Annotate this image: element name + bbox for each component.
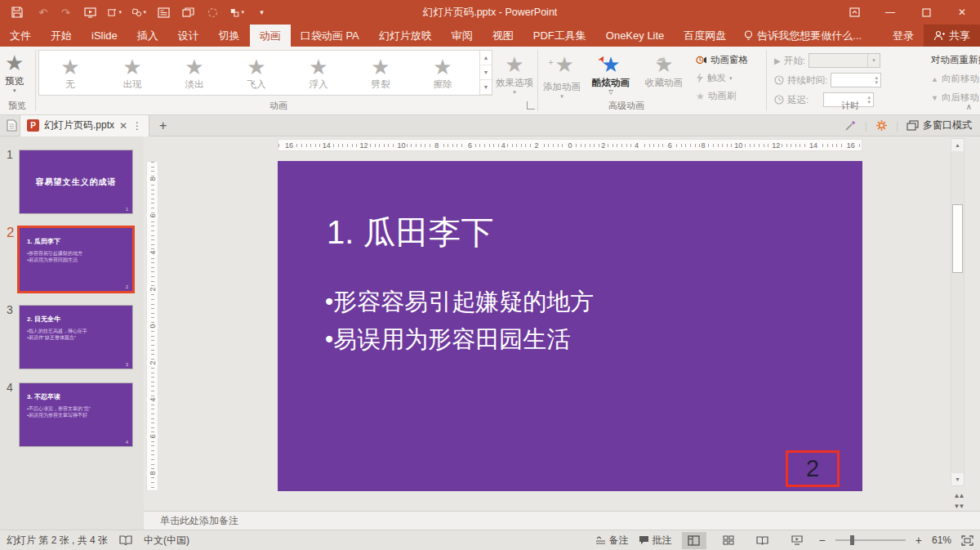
- shapes-icon[interactable]: ▾: [132, 6, 146, 19]
- gallery-more-icon[interactable]: ▼: [480, 80, 492, 95]
- start-dropdown[interactable]: ▾: [808, 53, 880, 68]
- favorite-animation-button[interactable]: ★☁ 收藏动画: [645, 53, 683, 89]
- tab-islide[interactable]: iSlide: [82, 25, 127, 47]
- slide-layout-icon[interactable]: [157, 6, 171, 19]
- tab-slideshow[interactable]: 幻灯片放映: [369, 25, 442, 47]
- share-button[interactable]: 共享: [924, 25, 980, 47]
- start-slideshow-icon[interactable]: [83, 6, 97, 19]
- animation-circle-icon[interactable]: [206, 6, 220, 19]
- zoom-in-button[interactable]: +: [915, 534, 922, 547]
- move-earlier-button[interactable]: ▲向前移动: [931, 73, 980, 85]
- animation-none[interactable]: ★无: [39, 56, 101, 91]
- horizontal-ruler[interactable]: 16 14 12 10 8 6 4 2 0 2 4 6 8 10 12 14 1…: [278, 139, 862, 151]
- animation-dialog-launcher-icon[interactable]: [527, 101, 535, 110]
- animation-painter-button[interactable]: ★ 动画刷: [696, 90, 748, 102]
- slide-title[interactable]: 1. 瓜田李下: [327, 210, 493, 255]
- spin-down-icon[interactable]: ▼: [866, 100, 871, 105]
- document-icon[interactable]: [7, 119, 17, 132]
- customize-qat-icon[interactable]: ▾: [255, 6, 269, 19]
- animation-float-in[interactable]: ★浮入: [287, 56, 350, 91]
- slide-thumbnail-1[interactable]: 容易望文生义的成语 1: [19, 150, 133, 214]
- vertical-scrollbar[interactable]: ▲ ▼: [951, 138, 964, 486]
- redo-icon[interactable]: ↷: [59, 6, 73, 19]
- effect-options-button[interactable]: ★ 效果选项 ▾: [496, 53, 533, 96]
- zoom-slider-handle[interactable]: [850, 535, 854, 545]
- add-animation-button[interactable]: +★ 添加动画 ▾: [543, 53, 581, 100]
- ruler-tick-label: 8: [433, 141, 440, 150]
- fit-to-window-button[interactable]: [961, 535, 973, 546]
- cool-animation-button[interactable]: ★➤ 酷炫动画 ▽: [592, 53, 630, 96]
- close-button[interactable]: ✕: [944, 0, 980, 25]
- notes-pane[interactable]: 单击此处添加备注: [144, 511, 980, 530]
- scroll-up-icon[interactable]: ▲: [951, 139, 964, 151]
- slide-sorter-view-button[interactable]: [716, 532, 741, 549]
- ribbon-display-options-icon[interactable]: [836, 0, 872, 25]
- document-tab[interactable]: P 幻灯片页码.pptx ✕ ⋮: [20, 115, 149, 136]
- slide-thumbnail-4[interactable]: 3. 不忍卒读 •不忍心读完，形容文章的“悲” •易误用为形容文章写得不好 4: [19, 382, 133, 447]
- login-button[interactable]: 登录: [883, 25, 924, 47]
- multi-window-mode-button[interactable]: 多窗口模式: [906, 118, 972, 132]
- animation-pane-button[interactable]: 动画窗格: [696, 54, 748, 66]
- save-icon[interactable]: [10, 6, 24, 19]
- tab-baidu-netdisk[interactable]: 百度网盘: [674, 25, 736, 47]
- slide-bullet[interactable]: •形容容易引起嫌疑的地方: [325, 286, 594, 319]
- duplicate-slide-icon[interactable]: [181, 6, 195, 19]
- tab-view[interactable]: 视图: [483, 25, 523, 47]
- minimize-button[interactable]: —: [872, 0, 908, 25]
- tab-file[interactable]: 文件: [0, 25, 41, 47]
- reading-view-button[interactable]: [751, 532, 775, 549]
- arrange-objects-icon[interactable]: ▾: [230, 6, 244, 19]
- animation-fade[interactable]: ★淡出: [163, 56, 225, 91]
- slideshow-view-button[interactable]: [785, 532, 809, 549]
- slide-bullet[interactable]: •易误用为形容田园生活: [325, 324, 570, 356]
- duration-input[interactable]: ▲▼: [831, 73, 881, 87]
- tab-insert[interactable]: 插入: [127, 25, 168, 47]
- magic-wand-icon[interactable]: [844, 119, 857, 132]
- tab-pocket-animation[interactable]: 口袋动画 PA: [291, 25, 369, 47]
- undo-icon[interactable]: ↶▾: [34, 6, 48, 19]
- normal-view-button[interactable]: [682, 532, 706, 549]
- tab-review[interactable]: 审阅: [442, 25, 483, 47]
- animation-split[interactable]: ★劈裂: [350, 56, 412, 91]
- tab-design[interactable]: 设计: [168, 25, 209, 47]
- slide-editor[interactable]: 1. 瓜田李下 •形容容易引起嫌疑的地方 •易误用为形容田园生活 2: [278, 161, 862, 491]
- tell-me-search[interactable]: 告诉我您想要做什么...: [736, 25, 870, 47]
- tab-transitions[interactable]: 切换: [209, 25, 250, 47]
- slide-page-number-highlight[interactable]: 2: [786, 450, 840, 487]
- comments-toggle-button[interactable]: 批注: [639, 534, 672, 548]
- tab-onekey-lite[interactable]: OneKey Lite: [596, 25, 675, 47]
- spellcheck-icon[interactable]: [119, 534, 132, 546]
- scrollbar-thumb[interactable]: [952, 204, 963, 273]
- tab-home[interactable]: 开始: [41, 25, 82, 47]
- preview-button[interactable]: ★ 预览 ▾: [5, 51, 24, 94]
- zoom-slider[interactable]: [835, 539, 906, 541]
- scroll-down-icon[interactable]: ▼: [951, 473, 964, 485]
- tab-menu-icon[interactable]: ⋮: [132, 120, 142, 132]
- slide-thumbnail-3[interactable]: 2. 目无全牛 •指人的技艺高超，得心应手 •易误作“缺乏整体观念” 3: [19, 305, 133, 369]
- gallery-down-icon[interactable]: ▼: [480, 65, 492, 80]
- tab-animations[interactable]: 动画: [250, 25, 291, 47]
- trigger-button[interactable]: 触发 ▾: [696, 72, 748, 84]
- notes-toggle-button[interactable]: 备注: [595, 534, 629, 548]
- gallery-up-icon[interactable]: ▲: [480, 51, 492, 65]
- spin-down-icon[interactable]: ▼: [874, 80, 879, 85]
- close-tab-icon[interactable]: ✕: [119, 120, 127, 132]
- new-tab-icon[interactable]: +: [159, 118, 167, 133]
- tab-pdf-tools[interactable]: PDF工具集: [523, 25, 596, 47]
- delay-clock-icon: [774, 95, 784, 105]
- maximize-button[interactable]: [908, 0, 944, 25]
- zoom-out-button[interactable]: −: [819, 534, 826, 547]
- next-slide-button[interactable]: ▼▼: [952, 500, 964, 512]
- vertical-ruler[interactable]: 8 6 4 2 0 2 4 6 8: [146, 161, 158, 491]
- animation-fly-in[interactable]: ★飞入: [225, 56, 287, 91]
- new-slide-icon[interactable]: ▾: [108, 6, 122, 19]
- zoom-level[interactable]: 61%: [932, 534, 951, 546]
- gear-icon[interactable]: [875, 119, 888, 132]
- animation-appear[interactable]: ★出现: [101, 56, 163, 91]
- slide-thumbnail-2[interactable]: 1. 瓜田李下 •形容容易引起嫌疑的地方 •易误用为形容田园生活 2: [17, 226, 135, 293]
- move-later-button[interactable]: ▼向后移动: [931, 92, 980, 104]
- language-indicator[interactable]: 中文(中国): [144, 534, 189, 548]
- animation-wipe[interactable]: ★擦除: [412, 56, 474, 91]
- previous-slide-button[interactable]: ▲▲: [952, 490, 964, 501]
- collapse-ribbon-icon[interactable]: ∧: [966, 102, 972, 111]
